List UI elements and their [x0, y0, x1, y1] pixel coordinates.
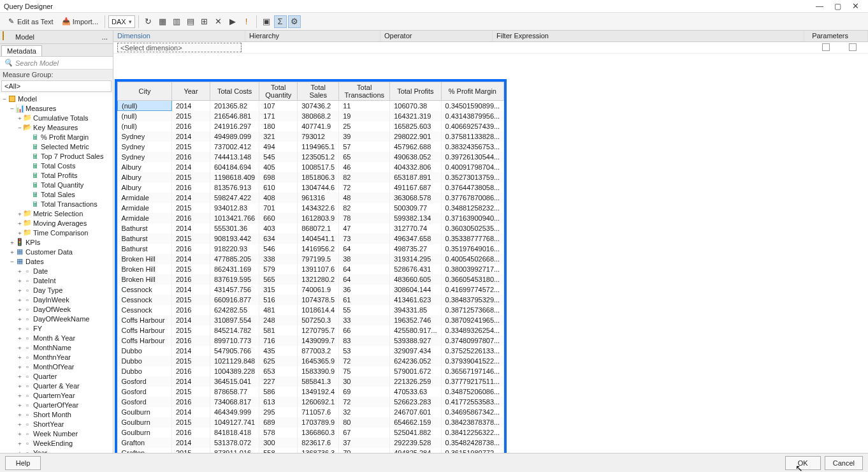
- cell[interactable]: Albury: [118, 162, 172, 172]
- cell[interactable]: 841818.418: [210, 427, 259, 438]
- cell[interactable]: Dubbo: [118, 346, 172, 356]
- close-icon[interactable]: ✕: [846, 1, 864, 12]
- cell[interactable]: 0.38412256322...: [441, 427, 504, 438]
- cell[interactable]: 0.41772553583...: [441, 397, 504, 407]
- table-row[interactable]: Gosford2016734068.8176131260692.17252662…: [118, 397, 504, 407]
- cell[interactable]: 1416956.2: [298, 244, 339, 254]
- cell[interactable]: 496347.658: [390, 233, 441, 244]
- cell[interactable]: 38: [339, 254, 390, 264]
- cell[interactable]: 653187.891: [390, 172, 441, 182]
- col-total-transactions[interactable]: Total Transactions: [339, 82, 390, 101]
- table-row[interactable]: Coffs Harbour2016899710.7737161439099.78…: [118, 336, 504, 346]
- cell[interactable]: 2015: [172, 264, 210, 274]
- cell[interactable]: 67: [339, 427, 390, 438]
- table-row[interactable]: Albury2016813576.9136101304744.672491167…: [118, 182, 504, 193]
- cell[interactable]: 2016: [172, 121, 210, 131]
- tree-attr[interactable]: +▫Quarter & Year: [0, 381, 113, 390]
- cell[interactable]: 528676.431: [390, 264, 441, 274]
- table-row[interactable]: (null)2016241916.297180407741.925165825.…: [118, 121, 504, 131]
- tree-measure[interactable]: 🖩Total Sales: [0, 189, 113, 199]
- cell[interactable]: 57: [339, 142, 390, 152]
- cell[interactable]: 292239.528: [390, 438, 441, 448]
- table-row[interactable]: Bathurst2016918220.935461416956.26449873…: [118, 244, 504, 254]
- cell[interactable]: 625: [259, 356, 298, 366]
- cell[interactable]: 470533.63: [390, 387, 441, 397]
- cell[interactable]: 164321.319: [390, 111, 441, 121]
- tree-model[interactable]: −Model: [0, 94, 113, 103]
- cell[interactable]: 107: [259, 101, 298, 111]
- cell[interactable]: 2014: [172, 376, 210, 387]
- cell[interactable]: 69: [339, 387, 390, 397]
- cell[interactable]: 241916.297: [210, 121, 259, 131]
- cell[interactable]: 2014: [172, 131, 210, 142]
- table-row[interactable]: Gosford2014364515.041227585841.330221326…: [118, 376, 504, 387]
- table-row[interactable]: Cessnock2014431457.756315740061.93630860…: [118, 284, 504, 295]
- table-row[interactable]: Bathurst2014555301.36403868072.147312770…: [118, 223, 504, 233]
- tree-folder[interactable]: +📁Time Comparison: [0, 228, 113, 237]
- cell[interactable]: 72: [339, 182, 390, 193]
- cell[interactable]: Goulburn: [118, 417, 172, 427]
- cell[interactable]: 2014: [172, 315, 210, 325]
- cell[interactable]: 711057.6: [298, 407, 339, 417]
- cell[interactable]: 494: [259, 142, 298, 152]
- cell[interactable]: 315: [259, 284, 298, 295]
- cell[interactable]: 494989.099: [210, 131, 259, 142]
- cell[interactable]: 32: [339, 407, 390, 417]
- cell[interactable]: 48: [339, 193, 390, 203]
- cell[interactable]: 0.33489326254...: [441, 325, 504, 336]
- cell[interactable]: 498735.27: [390, 244, 441, 254]
- cell[interactable]: 481: [259, 305, 298, 315]
- tree-measure[interactable]: 🖩% Profit Margin: [0, 132, 113, 142]
- cell[interactable]: 0.39726130544...: [441, 152, 504, 162]
- cell[interactable]: 1851806.3: [298, 172, 339, 182]
- table-row[interactable]: Armidale2014598247.42240896131648363068.…: [118, 193, 504, 203]
- cell[interactable]: 30: [339, 376, 390, 387]
- cell[interactable]: 53: [339, 346, 390, 356]
- tree-attr[interactable]: +▫Date: [0, 266, 113, 276]
- cell[interactable]: 312770.74: [390, 223, 441, 233]
- cell[interactable]: 813576.913: [210, 182, 259, 193]
- cell[interactable]: 83: [339, 336, 390, 346]
- cell[interactable]: 737002.412: [210, 142, 259, 152]
- cell[interactable]: 227: [259, 376, 298, 387]
- cell[interactable]: Broken Hill: [118, 274, 172, 284]
- cell[interactable]: 2016: [172, 427, 210, 438]
- cell[interactable]: 1021129.848: [210, 356, 259, 366]
- table-row[interactable]: Albury20151198618.4096981851806.38265318…: [118, 172, 504, 182]
- cell[interactable]: 2014: [172, 101, 210, 111]
- cell[interactable]: Grafton: [118, 438, 172, 448]
- tree-folder[interactable]: +📁Moving Averages: [0, 218, 113, 228]
- cell[interactable]: 868072.1: [298, 223, 339, 233]
- cell[interactable]: Albury: [118, 182, 172, 193]
- cell[interactable]: 744413.148: [210, 152, 259, 162]
- cell[interactable]: 329097.434: [390, 346, 441, 356]
- cell[interactable]: Albury: [118, 172, 172, 182]
- table-row[interactable]: (null)2015216546.881171380868.219164321.…: [118, 111, 504, 121]
- cell[interactable]: Cessnock: [118, 284, 172, 295]
- tree-measure[interactable]: 🖩Top 7 Product Sales: [0, 151, 113, 161]
- cell[interactable]: 0.36567197146...: [441, 366, 504, 376]
- cell[interactable]: 660: [259, 213, 298, 223]
- cell[interactable]: 2016: [172, 336, 210, 346]
- cell[interactable]: Armidale: [118, 213, 172, 223]
- cell[interactable]: 0.36605453180...: [441, 274, 504, 284]
- cell[interactable]: Grafton: [118, 448, 172, 454]
- table-row[interactable]: Sydney2014494989.09932179301239298022.90…: [118, 131, 504, 142]
- cell[interactable]: 0.34501590899...: [441, 101, 504, 111]
- cell[interactable]: 431457.756: [210, 284, 259, 295]
- col-profit-margin[interactable]: % Profit Margin: [441, 82, 504, 101]
- tree-measure[interactable]: 🖩Total Transactions: [0, 199, 113, 209]
- cell[interactable]: 797199.5: [298, 254, 339, 264]
- cell[interactable]: 0.40054502668...: [441, 254, 504, 264]
- results-grid[interactable]: City Year Total Costs Total Quantity Tot…: [117, 82, 504, 453]
- cell[interactable]: 0.35197649016...: [441, 244, 504, 254]
- table-row[interactable]: Bathurst2015908193.4426341404541.1734963…: [118, 233, 504, 244]
- cell[interactable]: 734068.817: [210, 397, 259, 407]
- cell[interactable]: Goulburn: [118, 407, 172, 417]
- cell[interactable]: 624282.55: [210, 305, 259, 315]
- cell[interactable]: 1434322.6: [298, 203, 339, 213]
- cell[interactable]: 221326.259: [390, 376, 441, 387]
- cell[interactable]: 80: [339, 417, 390, 427]
- tab-metadata[interactable]: Metadata: [1, 45, 42, 56]
- table-row[interactable]: Grafton2014531378.072300823617.637292239…: [118, 438, 504, 448]
